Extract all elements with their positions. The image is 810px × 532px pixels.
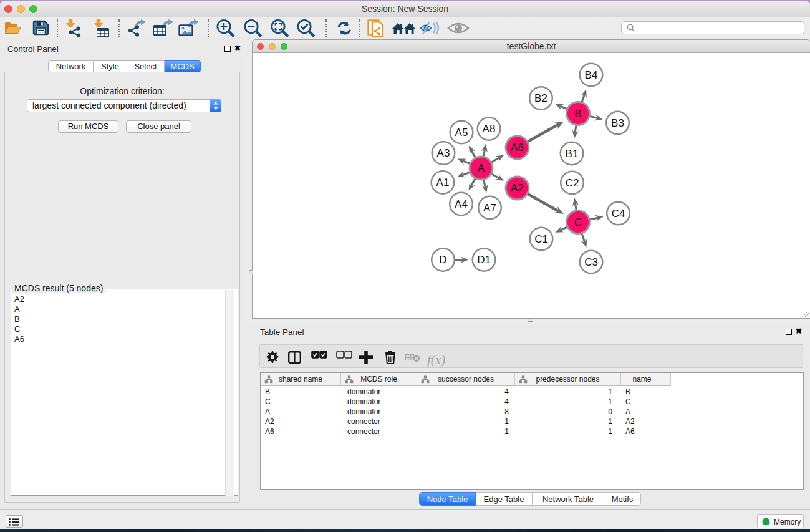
svg-text:B: B xyxy=(574,108,581,120)
svg-text:A: A xyxy=(478,162,485,174)
svg-text:B2: B2 xyxy=(534,92,547,104)
svg-text:C: C xyxy=(574,216,582,228)
svg-text:A6: A6 xyxy=(511,142,524,153)
svg-text:C1: C1 xyxy=(534,233,548,245)
svg-text:A8: A8 xyxy=(483,123,496,135)
svg-text:A1: A1 xyxy=(436,177,450,188)
svg-text:A5: A5 xyxy=(455,127,468,138)
svg-text:B3: B3 xyxy=(611,117,624,129)
svg-text:A4: A4 xyxy=(455,198,468,210)
svg-text:B4: B4 xyxy=(585,69,598,81)
svg-text:A3: A3 xyxy=(437,147,450,159)
svg-text:C3: C3 xyxy=(584,256,598,268)
svg-text:A2: A2 xyxy=(511,182,524,194)
svg-text:D1: D1 xyxy=(477,254,491,266)
svg-text:A7: A7 xyxy=(483,202,496,214)
svg-text:C4: C4 xyxy=(612,208,625,220)
svg-text:D: D xyxy=(439,254,446,266)
svg-text:C2: C2 xyxy=(566,177,579,189)
svg-text:B1: B1 xyxy=(566,148,579,160)
